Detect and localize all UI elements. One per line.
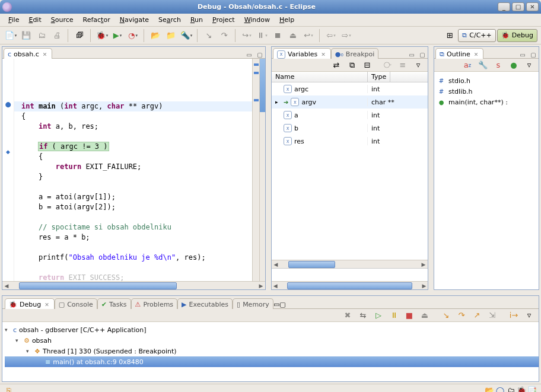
variables-hscrollbar[interactable]: ◀▶ — [272, 260, 428, 268]
disconnect-button[interactable]: ⏏ — [286, 28, 300, 43]
status-icon-4[interactable]: 🐞 — [516, 386, 527, 392]
variable-row[interactable]: xargcint — [272, 82, 428, 95]
tab-executables[interactable]: ▶Executables — [177, 298, 233, 309]
open-type-button[interactable]: 📂 — [148, 28, 163, 43]
add-global-button[interactable]: ⊟ — [360, 58, 374, 72]
variable-row[interactable]: xbint — [272, 122, 428, 135]
debug-button[interactable]: 🐞 — [95, 28, 109, 43]
debug-tree[interactable]: ▾cobsah - gdbserver [C/C++ Application] … — [2, 322, 539, 381]
tab-tasks[interactable]: ✔Tasks — [97, 298, 131, 309]
tab-breakpoints[interactable]: ●₀ Breakpoi — [331, 48, 379, 59]
terminate-debug-button[interactable]: ■ — [402, 308, 416, 323]
open-element-button[interactable]: 📁 — [164, 28, 178, 43]
col-name[interactable]: Name — [272, 72, 368, 82]
variables-minimize-icon[interactable]: ▭ — [406, 52, 417, 58]
editor-hscrollbar[interactable]: ◀▶ — [2, 281, 265, 289]
debug-thread-row[interactable]: ▾❖Thread [1] 330 (Suspended : Breakpoint… — [5, 346, 539, 356]
disconnect-debug-button[interactable]: ⏏ — [418, 308, 432, 323]
connect-button[interactable]: ⇆ — [356, 308, 370, 323]
suspend-debug-button[interactable]: ⏸ — [387, 308, 401, 323]
vars-tool-5[interactable]: ≡ — [396, 58, 410, 72]
menu-help[interactable]: Help — [275, 14, 299, 26]
menu-source[interactable]: Source — [46, 14, 78, 26]
menu-window[interactable]: Window — [240, 14, 275, 26]
debug-view-menu-icon[interactable]: ▿ — [522, 308, 536, 323]
variable-row[interactable]: xaint — [272, 109, 428, 122]
breakpoint-marker-icon[interactable]: ⬤ — [2, 101, 14, 107]
minimize-button[interactable]: _ — [498, 2, 510, 11]
tab-outline-close-icon[interactable]: ✕ — [473, 52, 480, 58]
menu-search[interactable]: Search — [154, 14, 186, 26]
hide-fields-button[interactable]: 🔧 — [476, 58, 490, 72]
maximize-button[interactable]: □ — [512, 2, 524, 11]
step-over-button2[interactable]: ↷ — [454, 308, 469, 323]
back-button[interactable]: ⇦ — [324, 28, 338, 43]
collapse-all-button[interactable]: ⧉ — [345, 58, 359, 72]
status-left-icon[interactable]: ⎘ — [4, 386, 14, 392]
vars-tool-4[interactable]: ⧂ — [380, 58, 394, 72]
step-into-button2[interactable]: ↘ — [439, 308, 453, 323]
forward-button[interactable]: ⇨ — [339, 28, 354, 43]
suspend-button[interactable]: ⏸ — [255, 28, 269, 43]
outline-menu-icon[interactable]: ▿ — [522, 58, 536, 72]
menu-project[interactable]: Project — [208, 14, 240, 26]
debug-launch-row[interactable]: ▾cobsah - gdbserver [C/C++ Application] — [5, 324, 539, 335]
perspective-cpp[interactable]: ⧉C/C++ — [458, 29, 496, 42]
resume-debug-button[interactable]: ▷ — [371, 308, 386, 323]
editor-tab-close-icon[interactable]: ✕ — [42, 52, 49, 58]
profile-button[interactable]: ◔ — [126, 28, 140, 43]
terminate-button[interactable]: ⏹ — [270, 28, 285, 43]
debug-maximize-icon[interactable]: ▢ — [279, 301, 285, 308]
menu-edit[interactable]: Edit — [24, 14, 46, 26]
step-over-button[interactable]: ↷ — [217, 28, 231, 43]
resume-button[interactable]: ↪ — [240, 28, 254, 43]
hide-static-button[interactable]: s — [491, 58, 505, 72]
step-return-button[interactable]: ↩ — [301, 28, 316, 43]
status-icon-1[interactable]: 📂 — [484, 386, 495, 392]
detail-hscrollbar[interactable]: ◀▶ — [272, 281, 428, 289]
sort-button[interactable]: az — [460, 58, 475, 72]
menu-run[interactable]: Run — [186, 14, 208, 26]
tab-outline[interactable]: ⧉ Outline ✕ — [435, 48, 483, 59]
variables-body[interactable]: xargcint▸➔xargvchar **xaintxbintxresint — [272, 82, 428, 260]
variable-row[interactable]: ▸➔xargvchar ** — [272, 95, 428, 109]
status-icon-3[interactable]: 🗂 — [505, 386, 516, 392]
tab-console[interactable]: ▢Console — [55, 298, 97, 309]
hide-nonpublic-button[interactable]: ● — [507, 58, 521, 72]
outline-item[interactable]: #stdio.h — [438, 75, 508, 86]
menu-navigate[interactable]: Navigate — [115, 14, 154, 26]
step-return-button2[interactable]: ↗ — [470, 308, 484, 323]
editor-maximize-icon[interactable]: ▢ — [254, 52, 265, 58]
vars-menu-icon[interactable]: ▿ — [411, 58, 425, 72]
search-button[interactable]: 🔦 — [179, 28, 193, 43]
new-button[interactable]: 📄 — [4, 28, 18, 43]
close-button[interactable]: ✕ — [526, 2, 539, 11]
drop-to-frame-button[interactable]: ⇲ — [485, 308, 499, 323]
debug-minimize-icon[interactable]: ▭ — [273, 301, 279, 308]
editor-tab-obsah[interactable]: c obsah.c ✕ — [4, 48, 52, 59]
menu-refactor[interactable]: Refactor — [78, 14, 115, 26]
show-type-names-button[interactable]: ⇄ — [329, 58, 343, 72]
col-type[interactable]: Type — [368, 72, 390, 82]
open-perspective-button[interactable]: ⊞ — [443, 28, 457, 43]
tab-variables-close-icon[interactable]: ✕ — [320, 52, 327, 58]
tab-memory[interactable]: ▯Memory — [233, 298, 273, 309]
tab-variables[interactable]: x Variables ✕ — [273, 48, 331, 59]
menu-file[interactable]: File — [4, 14, 24, 26]
variable-row[interactable]: xresint — [272, 135, 428, 148]
step-into-button[interactable]: ↘ — [202, 28, 216, 43]
editor-minimize-icon[interactable]: ▭ — [244, 52, 254, 58]
editor-gutter[interactable]: ⬤ ◆ — [2, 59, 14, 281]
print-button[interactable]: 🖨 — [50, 28, 64, 43]
tab-debug[interactable]: 🐞Debug✕ — [5, 298, 55, 309]
run-button[interactable]: ▶ — [110, 28, 125, 43]
outline-maximize-icon[interactable]: ▢ — [528, 52, 539, 58]
perspective-debug[interactable]: 🐞Debug — [497, 29, 537, 42]
status-icon-5[interactable]: 📑 — [527, 386, 537, 392]
debug-process-row[interactable]: ▾⚙obsah — [5, 335, 539, 346]
tab-debug-close-icon[interactable]: ✕ — [43, 302, 50, 308]
outline-minimize-icon[interactable]: ▭ — [517, 52, 528, 58]
outline-item[interactable]: #stdlib.h — [438, 86, 508, 97]
overview-ruler[interactable] — [252, 59, 259, 281]
status-icon-2[interactable]: ◯ — [495, 386, 505, 392]
